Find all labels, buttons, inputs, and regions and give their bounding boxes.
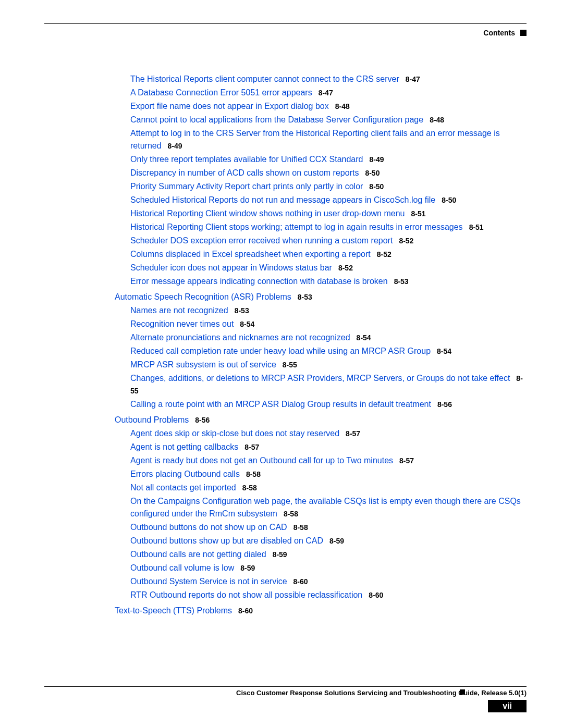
toc-entry: Recognition never times out8-54 (130, 318, 527, 330)
toc-link[interactable]: Only three report templates available fo… (130, 155, 363, 164)
page-ref: 8-52 (399, 237, 413, 245)
toc-entry: Agent does skip or skip-close but does n… (130, 427, 527, 440)
page-ref: 8-53 (298, 293, 312, 301)
toc-entry: Only three report templates available fo… (130, 153, 527, 166)
toc-link[interactable]: Reduced call completion rate under heavy… (130, 347, 431, 355)
page-ref: 8-54 (240, 320, 254, 328)
page-ref: 8-60 (293, 577, 308, 586)
toc-link[interactable]: Names are not recognized (130, 306, 228, 315)
toc-link[interactable]: Historical Reporting Client stops workin… (130, 223, 463, 231)
footer: Cisco Customer Response Solutions Servic… (44, 686, 527, 697)
toc-link[interactable]: Outbound Problems (115, 415, 189, 424)
toc-link[interactable]: Calling a route point with an MRCP ASR D… (130, 400, 431, 409)
toc-entry: Discrepancy in number of ACD calls shown… (130, 167, 527, 179)
toc-link[interactable]: Attempt to log in to the CRS Server from… (130, 129, 500, 150)
page-ref: 8-59 (329, 537, 344, 545)
toc-entry: Export file name does not appear in Expo… (130, 100, 527, 113)
toc-entry: Outbound call volume is low8-59 (130, 562, 527, 574)
toc-link[interactable]: Historical Reporting Client window shows… (130, 209, 405, 218)
toc-entry: Errors placing Outbound calls8-58 (130, 468, 527, 480)
page-ref: 8-55 (283, 361, 297, 369)
header-square-icon (520, 30, 527, 36)
toc-link[interactable]: Discrepancy in number of ACD calls shown… (130, 168, 359, 177)
toc-entry: MRCP ASR subsystem is out of service8-55 (130, 359, 527, 371)
toc-link[interactable]: Automatic Speech Recognition (ASR) Probl… (115, 292, 291, 301)
page-ref: 8-47 (319, 89, 333, 97)
page-ref: 8-57 (346, 429, 360, 438)
toc-link[interactable]: Agent does skip or skip-close but does n… (130, 429, 339, 438)
toc-link[interactable]: Errors placing Outbound calls (130, 470, 240, 478)
toc-link[interactable]: Recognition never times out (130, 319, 234, 328)
toc-link[interactable]: Outbound buttons do not show up on CAD (130, 523, 287, 532)
toc-link[interactable]: Priority Summary Activity Report chart p… (130, 182, 363, 191)
page-ref: 8-53 (235, 306, 249, 315)
footer-rule (44, 686, 527, 687)
page-ref: 8-56 (195, 416, 210, 424)
toc-link[interactable]: Outbound buttons show up but are disable… (130, 536, 323, 545)
toc-entry: Historical Reporting Client window shows… (130, 207, 527, 220)
page-ref: 8-48 (335, 102, 350, 110)
toc-link[interactable]: Outbound calls are not getting dialed (130, 550, 266, 559)
toc-link[interactable]: Outbound call volume is low (130, 563, 234, 572)
document-page: Contents The Historical Reports client c… (0, 0, 563, 728)
toc-entry: Alternate pronunciations and nicknames a… (130, 331, 527, 344)
toc-entry: Names are not recognized8-53 (130, 304, 527, 317)
toc-link[interactable]: The Historical Reports client computer c… (130, 75, 399, 83)
page-ref: 8-47 (406, 75, 420, 83)
toc-link[interactable]: Agent is not getting callbacks (130, 442, 238, 451)
page-ref: 8-52 (338, 264, 353, 272)
page-ref: 8-50 (369, 182, 384, 191)
toc-link[interactable]: Outbound System Service is not in servic… (130, 577, 287, 586)
page-ref: 8-58 (293, 523, 308, 532)
toc-entry: Priority Summary Activity Report chart p… (130, 180, 527, 193)
toc-link[interactable]: Scheduled Historical Reports do not run … (130, 195, 435, 204)
toc-link[interactable]: Alternate pronunciations and nicknames a… (130, 333, 350, 342)
toc-link[interactable]: MRCP ASR subsystem is out of service (130, 360, 276, 369)
page-ref: 8-56 (437, 400, 452, 409)
toc-link[interactable]: On the Campaigns Configuration web page,… (130, 497, 521, 518)
toc-content: The Historical Reports client computer c… (130, 73, 527, 618)
toc-entry: Columns displaced in Excel spreadsheet w… (130, 248, 527, 261)
section-header: Automatic Speech Recognition (ASR) Probl… (115, 291, 527, 303)
toc-entry: Agent is not getting callbacks8-57 (130, 441, 527, 453)
toc-link[interactable]: Changes, additions, or deletions to MRCP… (130, 374, 510, 382)
toc-link[interactable]: Text-to-Speech (TTS) Problems (115, 606, 232, 615)
footer-text: Cisco Customer Response Solutions Servic… (44, 689, 527, 697)
page-ref: 8-58 (246, 470, 261, 478)
page-ref: 8-54 (437, 347, 451, 355)
toc-link[interactable]: A Database Connection Error 5051 error a… (130, 88, 312, 97)
page-ref: 8-50 (442, 196, 456, 204)
page-ref: 8-57 (399, 456, 414, 465)
toc-link[interactable]: Error message appears indicating connect… (130, 277, 388, 286)
page-ref: 8-58 (284, 510, 298, 518)
page-ref: 8-52 (377, 250, 391, 258)
toc-entry: Calling a route point with an MRCP ASR D… (130, 398, 527, 411)
footer-square-icon (460, 689, 465, 695)
toc-link[interactable]: RTR Outbound reports do not show all pos… (130, 590, 362, 599)
toc-link[interactable]: Scheduler DOS exception error received w… (130, 236, 393, 245)
section-header: Text-to-Speech (TTS) Problems8-60 (115, 604, 527, 617)
toc-link[interactable]: Columns displaced in Excel spreadsheet w… (130, 250, 371, 258)
page-ref: 8-60 (369, 591, 383, 599)
toc-entry: Historical Reporting Client stops workin… (130, 221, 527, 233)
toc-link[interactable]: Export file name does not appear in Expo… (130, 102, 329, 110)
toc-entry: Attempt to log in to the CRS Server from… (130, 127, 527, 152)
toc-entry: Changes, additions, or deletions to MRCP… (130, 372, 527, 397)
toc-entry: Error message appears indicating connect… (130, 275, 527, 288)
page-ref: 8-53 (394, 277, 409, 286)
toc-link[interactable]: Scheduler icon does not appear in Window… (130, 263, 332, 272)
toc-link[interactable]: Not all contacts get imported (130, 483, 236, 492)
toc-link[interactable]: Cannot point to local applications from … (130, 115, 423, 124)
page-ref: 8-54 (357, 334, 371, 342)
page-ref: 8-49 (369, 155, 384, 164)
toc-entry: RTR Outbound reports do not show all pos… (130, 589, 527, 601)
toc-link[interactable]: Agent is ready but does not get an Outbo… (130, 456, 393, 465)
toc-entry: Outbound System Service is not in servic… (130, 575, 527, 588)
page-ref: 8-58 (242, 484, 257, 492)
page-ref: 8-51 (469, 223, 484, 231)
header-label-container: Contents (483, 29, 527, 37)
header-label: Contents (483, 29, 515, 37)
toc-entry: Scheduler DOS exception error received w… (130, 235, 527, 247)
page-ref: 8-48 (430, 116, 444, 124)
top-rule (44, 23, 527, 24)
